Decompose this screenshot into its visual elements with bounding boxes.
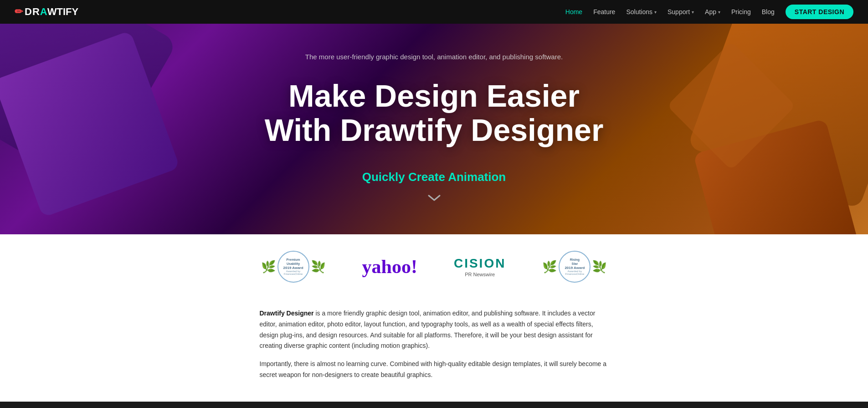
cision-logo: CISION PR Newswire bbox=[454, 256, 506, 277]
app-chevron-icon: ▾ bbox=[718, 10, 720, 15]
yahoo-logo-text: yahoo! bbox=[362, 256, 417, 277]
logo-icon: ✏ bbox=[15, 6, 23, 18]
nav-support[interactable]: Support ▾ bbox=[668, 8, 694, 15]
badge-year-premium: 2019 Award bbox=[283, 266, 303, 270]
support-chevron-icon: ▾ bbox=[692, 10, 694, 15]
hero-subtitle: The more user-friendly graphic design to… bbox=[265, 53, 604, 61]
nav-links: Home Feature Solutions ▾ Support ▾ App ▾… bbox=[565, 5, 853, 19]
nav-app[interactable]: App ▾ bbox=[705, 8, 720, 15]
navbar: ✏ DR A WTIFY Home Feature Solutions ▾ Su… bbox=[0, 0, 868, 24]
badge-leaf-right-icon: 🌿 bbox=[311, 260, 326, 274]
nav-blog[interactable]: Blog bbox=[762, 8, 775, 15]
badge-sub-rising: Awarded byFinancesOnline bbox=[565, 270, 585, 275]
description-paragraph-2: Importantly, there is almost no learning… bbox=[260, 359, 609, 381]
logo[interactable]: ✏ DR A WTIFY bbox=[15, 6, 78, 18]
cision-sub-text: PR Newswire bbox=[465, 272, 495, 277]
hero-tagline: Quickly Create Animation bbox=[265, 170, 604, 184]
badge-title-premium: PremiumUsability bbox=[287, 258, 300, 266]
solutions-chevron-icon: ▾ bbox=[654, 10, 657, 15]
nav-home[interactable]: Home bbox=[565, 8, 582, 15]
scroll-down-icon[interactable] bbox=[265, 193, 604, 205]
badge-sub-premium: Awarded byFinancesOnline bbox=[284, 270, 303, 275]
rising-leaf-left-icon: 🌿 bbox=[542, 260, 557, 274]
hero-tagline-highlight: Animation bbox=[448, 170, 506, 184]
description-section: Drawtify Designer is a more friendly gra… bbox=[245, 301, 623, 402]
logo-text-wtify: WTIFY bbox=[47, 6, 78, 18]
badge-ring-rising: RisingStar 2019 Award Awarded byFinances… bbox=[559, 251, 591, 283]
hero-title: Make Design Easier With Drawtify Designe… bbox=[265, 79, 604, 147]
badge-leaf-left-icon: 🌿 bbox=[261, 260, 276, 274]
badge-title-rising: RisingStar bbox=[570, 258, 580, 266]
hero-content: The more user-friendly graphic design to… bbox=[247, 53, 622, 205]
premium-usability-badge: 🌿 PremiumUsability 2019 Award Awarded by… bbox=[261, 251, 326, 283]
nav-pricing[interactable]: Pricing bbox=[731, 8, 751, 15]
rising-leaf-right-icon: 🌿 bbox=[592, 260, 607, 274]
logo-text-draw: DR bbox=[25, 6, 40, 18]
description-paragraph-1: Drawtify Designer is a more friendly gra… bbox=[260, 308, 609, 351]
yahoo-logo: yahoo! bbox=[362, 256, 417, 278]
rising-star-badge: 🌿 RisingStar 2019 Award Awarded byFinanc… bbox=[542, 251, 607, 283]
cision-logo-text: CISION bbox=[454, 256, 506, 271]
logo-text-highlight: A bbox=[40, 6, 47, 18]
nav-solutions[interactable]: Solutions ▾ bbox=[626, 8, 657, 15]
badge-year-rising: 2019 Award bbox=[565, 266, 585, 270]
description-strong: Drawtify Designer bbox=[260, 310, 314, 317]
hero-title-line2: With Drawtify Designer bbox=[265, 113, 604, 147]
hero-tagline-prefix: Quickly Create bbox=[362, 170, 448, 184]
dark-footer-bar bbox=[0, 402, 868, 408]
partner-logos-section: 🌿 PremiumUsability 2019 Award Awarded by… bbox=[0, 234, 868, 292]
hero-title-line1: Make Design Easier bbox=[288, 78, 580, 113]
start-design-button[interactable]: START DESIGN bbox=[786, 5, 853, 19]
hero-section: The more user-friendly graphic design to… bbox=[0, 24, 868, 234]
badge-ring-premium: PremiumUsability 2019 Award Awarded byFi… bbox=[277, 251, 309, 283]
nav-feature[interactable]: Feature bbox=[593, 8, 615, 15]
